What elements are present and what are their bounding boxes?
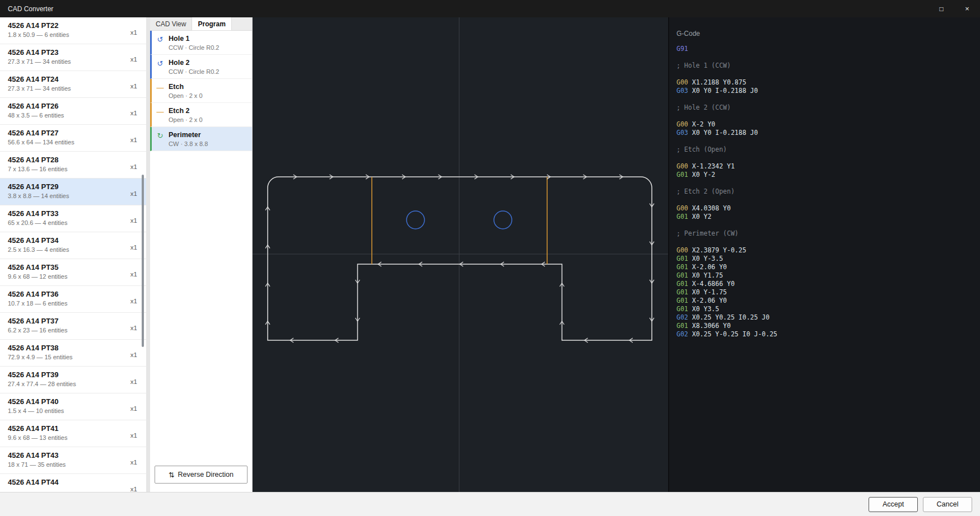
part-name: 4526 A14 PT39 [8, 370, 76, 379]
part-list-item[interactable]: 4526 A14 PT3610.7 x 18 — 6 entitiesx1 [0, 286, 146, 313]
part-meta: 27.3 x 71 — 34 entities [8, 85, 71, 92]
part-name: 4526 A14 PT26 [8, 102, 64, 110]
gcode-blank-line [676, 95, 980, 104]
line-icon: — [156, 83, 165, 92]
part-name: 4526 A14 PT24 [8, 75, 71, 83]
titlebar: CAD Converter □× [0, 0, 980, 17]
part-list-item[interactable]: 4526 A14 PT3365 x 20.6 — 4 entitiesx1 [0, 205, 146, 232]
close-button[interactable]: × [954, 0, 980, 17]
reverse-direction-icon: ⇅ [169, 471, 174, 479]
cancel-button[interactable]: Cancel [923, 497, 972, 512]
part-list-item[interactable]: 4526 A14 PT342.5 x 16.3 — 4 entitiesx1 [0, 232, 146, 259]
gcode-blank-line [676, 70, 980, 78]
parts-list[interactable]: 4526 A14 PT221.8 x 50.9 — 6 entitiesx145… [0, 17, 146, 492]
part-list-item[interactable]: 4526 A14 PT4318 x 71 — 35 entitiesx1 [0, 447, 146, 474]
footer-bar: Accept Cancel [0, 492, 980, 516]
accept-button[interactable]: Accept [869, 497, 918, 512]
part-name: 4526 A14 PT22 [8, 21, 69, 30]
part-list-item[interactable]: 4526 A14 PT2327.3 x 71 — 34 entitiesx1 [0, 44, 146, 71]
gcode-blank-line [676, 53, 980, 62]
operation-title: Hole 2 [169, 59, 219, 67]
gcode-line: G01 X0 Y1.75 [676, 271, 980, 280]
gcode-blank-line [676, 179, 980, 187]
operation-item[interactable]: ↺Hole 1CCW · Circle R0.2 [150, 31, 252, 55]
sidebar-scrollbar[interactable] [142, 175, 144, 347]
part-name: 4526 A14 PT41 [8, 424, 67, 433]
part-list-item[interactable]: 4526 A14 PT419.6 x 68 — 13 entitiesx1 [0, 420, 146, 447]
part-name: 4526 A14 PT23 [8, 48, 71, 57]
part-meta: 27.4 x 77.4 — 28 entities [8, 381, 76, 387]
gcode-blank-line [676, 137, 980, 146]
operation-meta: Open · 2 x 0 [169, 92, 203, 99]
tab-cad-view[interactable]: CAD View [150, 17, 192, 30]
part-name: 4526 A14 PT33 [8, 209, 67, 218]
gcode-comment: ; Etch 2 (Open) [676, 187, 980, 196]
part-quantity: x1 [130, 190, 137, 197]
operation-item[interactable]: —Etch 2Open · 2 x 0 [150, 103, 252, 127]
part-name: 4526 A14 PT28 [8, 156, 67, 164]
reverse-direction-button[interactable]: ⇅ Reverse Direction [155, 466, 248, 484]
part-list-item[interactable]: 4526 A14 PT287 x 13.6 — 16 entitiesx1 [0, 152, 146, 179]
part-quantity: x1 [130, 459, 137, 466]
gcode-blank-line [676, 221, 980, 229]
cad-drawing [253, 17, 668, 492]
cad-canvas[interactable] [253, 17, 668, 492]
part-list-item[interactable]: 4526 A14 PT2648 x 3.5 — 6 entitiesx1 [0, 98, 146, 125]
gcode-blank-line [676, 154, 980, 162]
reverse-direction-label: Reverse Direction [178, 471, 234, 479]
part-list-item[interactable]: 4526 A14 PT2427.3 x 71 — 34 entitiesx1 [0, 71, 146, 98]
part-quantity: x1 [130, 83, 137, 90]
part-quantity: x1 [130, 163, 137, 170]
part-list-item[interactable]: 4526 A14 PT2756.6 x 64 — 134 entitiesx1 [0, 125, 146, 152]
part-list-item[interactable]: 4526 A14 PT221.8 x 50.9 — 6 entitiesx1 [0, 17, 146, 44]
part-meta: 10.7 x 18 — 6 entities [8, 300, 67, 307]
part-name: 4526 A14 PT35 [8, 263, 67, 271]
window-controls: □× [928, 0, 980, 17]
operation-title: Hole 1 [169, 35, 219, 43]
part-list-item[interactable]: 4526 A14 PT44x1 [0, 474, 146, 492]
tab-program[interactable]: Program [192, 17, 231, 30]
gcode-line: G01 X-2.06 Y0 [676, 263, 980, 271]
part-name: 4526 A14 PT43 [8, 451, 66, 459]
part-quantity: x1 [130, 244, 137, 251]
part-meta: 2.5 x 16.3 — 4 entities [8, 246, 69, 253]
cw-arrow-icon: ↻ [156, 132, 165, 140]
gcode-line: G91 [676, 45, 980, 53]
part-quantity: x1 [130, 137, 137, 143]
gcode-line: G01 X0 Y2 [676, 213, 980, 221]
operation-title: Perimeter [169, 131, 208, 139]
operation-item[interactable]: ↺Hole 2CCW · Circle R0.2 [150, 55, 252, 79]
part-list-item[interactable]: 4526 A14 PT3927.4 x 77.4 — 28 entitiesx1 [0, 367, 146, 393]
part-quantity: x1 [130, 217, 137, 224]
ccw-arrow-icon: ↺ [156, 35, 165, 44]
gcode-line: G03 X0 Y0 I-0.2188 J0 [676, 87, 980, 95]
ccw-arrow-icon: ↺ [156, 59, 165, 68]
panel-divider [146, 17, 150, 492]
part-meta: 72.9 x 4.9 — 15 entities [8, 354, 73, 360]
part-meta: 6.2 x 23 — 16 entities [8, 327, 67, 334]
gcode-line: G00 X-2 Y0 [676, 120, 980, 129]
gcode-blank-line [676, 196, 980, 204]
gcode-blank-line [676, 238, 980, 246]
gcode-comment: ; Etch (Open) [676, 146, 980, 154]
gcode-line: G00 X2.3879 Y-0.25 [676, 246, 980, 255]
part-meta: 48 x 3.5 — 6 entities [8, 112, 64, 119]
operation-meta: Open · 2 x 0 [169, 116, 203, 123]
gcode-line: G00 X-1.2342 Y1 [676, 162, 980, 171]
gcode-line: G01 X8.3066 Y0 [676, 322, 980, 330]
part-list-item[interactable]: 4526 A14 PT401.5 x 4 — 10 entitiesx1 [0, 393, 146, 420]
view-tabs: CAD ViewProgram [150, 17, 252, 31]
operation-meta: CCW · Circle R0.2 [169, 44, 219, 51]
operation-item[interactable]: —EtchOpen · 2 x 0 [150, 79, 252, 103]
part-list-item[interactable]: 4526 A14 PT359.6 x 68 — 12 entitiesx1 [0, 259, 146, 286]
operation-item[interactable]: ↻PerimeterCW · 3.8 x 8.8 [150, 127, 252, 151]
part-list-item[interactable]: 4526 A14 PT3872.9 x 4.9 — 15 entitiesx1 [0, 340, 146, 367]
part-meta: 1.5 x 4 — 10 entities [8, 407, 64, 414]
part-list-item[interactable]: 4526 A14 PT376.2 x 23 — 16 entitiesx1 [0, 313, 146, 340]
maximize-button[interactable]: □ [928, 0, 954, 17]
part-list-item[interactable]: 4526 A14 PT293.8 x 8.8 — 14 entitiesx1 [0, 179, 146, 205]
part-meta: 7 x 13.6 — 16 entities [8, 166, 67, 172]
part-meta: 27.3 x 71 — 34 entities [8, 58, 71, 65]
gcode-line: G01 X-4.6866 Y0 [676, 280, 980, 288]
part-quantity: x1 [130, 110, 137, 116]
